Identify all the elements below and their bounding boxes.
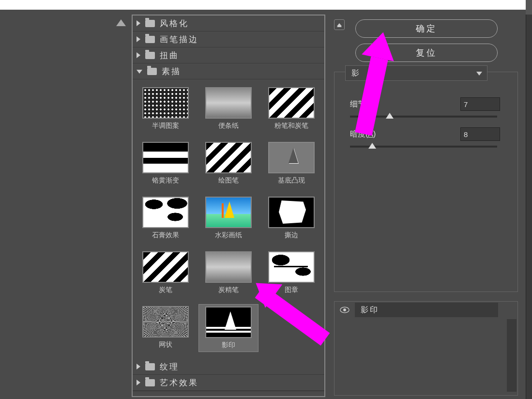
thumb-image [205, 197, 252, 228]
category-texture[interactable]: 纹理 [133, 359, 324, 375]
thumb-label: 便条纸 [218, 122, 239, 130]
folder-icon [147, 68, 157, 75]
chevron-right-icon [137, 364, 140, 369]
chevron-right-icon [137, 380, 140, 385]
filter-conte[interactable]: 炭精笔 [198, 249, 258, 296]
chevron-down-icon [137, 70, 142, 74]
filter-gallery-panel: 风格化 画笔描边 扭曲 素描 半调图案 便条纸 粉笔和炭笔 铬黄渐变 绘图笔 基… [132, 15, 325, 397]
filter-tornedges[interactable]: 撕边 [261, 195, 321, 242]
filter-notepaper[interactable]: 便条纸 [198, 85, 258, 132]
filter-basrelief[interactable]: 基底凸现 [261, 140, 321, 187]
filter-charcoal[interactable]: 炭笔 [136, 249, 196, 296]
category-stylize[interactable]: 风格化 [133, 15, 324, 31]
chevron-right-icon [137, 20, 140, 26]
preview-panel [0, 10, 128, 399]
right-edge-top [526, 0, 532, 15]
category-brush[interactable]: 画笔描边 [133, 31, 324, 47]
thumb-label: 绘图笔 [218, 176, 239, 185]
chevron-right-icon [137, 36, 140, 42]
right-edge-strip [526, 0, 532, 399]
thumb-image [142, 251, 189, 283]
filter-halftone[interactable]: 半调图案 [136, 85, 196, 132]
thumb-label: 水彩画纸 [215, 231, 242, 240]
category-sketch[interactable]: 素描 [133, 63, 324, 79]
chevron-right-icon [137, 52, 140, 58]
filter-waterpaper[interactable]: 水彩画纸 [198, 195, 258, 242]
folder-icon [145, 20, 155, 27]
layer-name: 影印 [355, 303, 498, 317]
category-artistic[interactable]: 艺术效果 [133, 375, 324, 391]
thumb-image [268, 197, 315, 228]
thumb-label: 粉笔和炭笔 [274, 122, 308, 130]
filter-chalkcharcoal[interactable]: 粉笔和炭笔 [261, 85, 321, 132]
category-label: 风格化 [160, 18, 189, 29]
category-label: 素描 [162, 66, 181, 77]
reset-label: 复位 [416, 47, 437, 59]
thumb-image [268, 251, 315, 283]
eye-icon [340, 307, 350, 313]
chevron-down-icon [476, 72, 482, 76]
dropdown-label: 影 [351, 68, 359, 78]
thumb-image [268, 87, 315, 119]
blank-row [133, 391, 324, 399]
thumb-label: 基底凸现 [278, 176, 305, 185]
filter-reticulation[interactable]: 网状 [136, 304, 196, 352]
category-label: 艺术效果 [160, 377, 198, 388]
filter-photocopy[interactable]: 影印 [198, 304, 258, 352]
thumb-image [205, 142, 252, 173]
thumb-label: 半调图案 [152, 122, 179, 130]
thumb-label: 网状 [159, 340, 172, 349]
filter-graphicpen[interactable]: 绘图笔 [198, 140, 258, 187]
category-label: 纹理 [160, 361, 179, 372]
thumb-label: 图章 [285, 286, 298, 294]
folder-icon [145, 36, 155, 43]
layer-scrollbar[interactable] [507, 319, 517, 392]
slider-knob[interactable] [386, 113, 394, 119]
thumb-image [142, 142, 189, 173]
thumb-label: 撕边 [285, 231, 298, 240]
ok-label: 确定 [416, 23, 437, 34]
thumb-image [205, 307, 252, 338]
thumb-label: 影印 [222, 341, 235, 350]
folder-icon [145, 379, 155, 386]
thumb-image [142, 306, 189, 338]
thumb-image [205, 251, 252, 283]
visibility-toggle[interactable] [334, 307, 355, 313]
filter-chrome[interactable]: 铬黄渐变 [136, 140, 196, 187]
filter-plaster[interactable]: 石膏效果 [136, 195, 196, 242]
thumb-label: 石膏效果 [152, 231, 179, 240]
collapse-button[interactable] [334, 19, 345, 30]
layer-row[interactable]: 影印 [334, 302, 517, 318]
svg-point-1 [343, 308, 346, 311]
category-distort[interactable]: 扭曲 [133, 47, 324, 63]
thumb-label: 炭精笔 [218, 286, 239, 294]
thumb-label: 铬黄渐变 [152, 176, 179, 185]
param-darkness-input[interactable] [460, 127, 500, 141]
param-darkness-row: 暗度(A) [350, 129, 505, 139]
top-white-bar [0, 0, 526, 10]
param-detail-input[interactable] [460, 97, 500, 111]
param-darkness-slider[interactable] [350, 146, 497, 148]
thumb-image [268, 142, 315, 173]
thumb-image [205, 87, 252, 119]
folder-icon [145, 363, 155, 370]
double-chevron-up-icon [337, 23, 342, 26]
scroll-up-icon[interactable] [116, 19, 126, 26]
effect-layers-panel: 影印 [334, 301, 518, 396]
folder-icon [145, 52, 155, 59]
slider-knob[interactable] [368, 143, 376, 149]
category-label: 扭曲 [160, 50, 179, 61]
thumb-image [142, 87, 189, 119]
category-label: 画笔描边 [160, 34, 198, 45]
thumb-label: 炭笔 [159, 286, 172, 294]
thumb-image [142, 197, 189, 228]
